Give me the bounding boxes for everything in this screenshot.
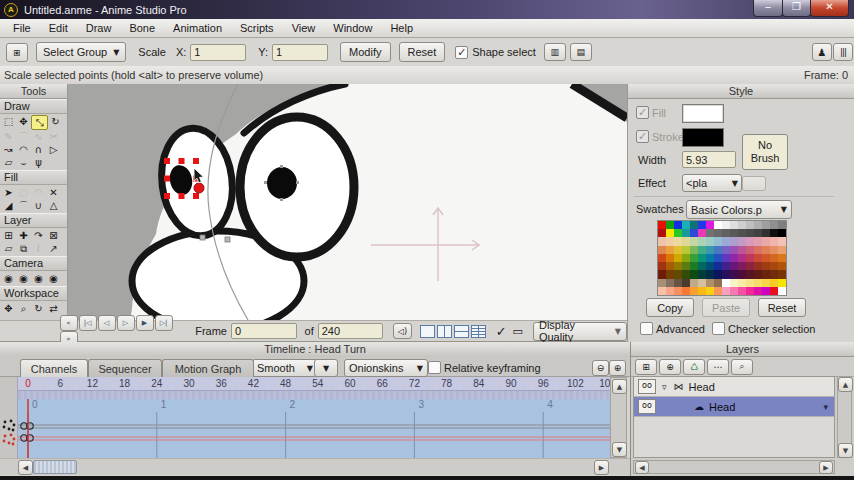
- swatch-3-9[interactable]: [730, 246, 738, 254]
- translate-points-icon[interactable]: ✥: [16, 115, 31, 128]
- swatch-2-1[interactable]: [666, 237, 674, 245]
- swatch-7-1[interactable]: [666, 279, 674, 287]
- play-button[interactable]: ▷: [117, 315, 135, 331]
- close-button[interactable]: ✕: [810, 0, 849, 17]
- scrollbar-thumb[interactable]: [33, 460, 77, 474]
- restore-button[interactable]: ❐: [782, 0, 811, 17]
- modify-button[interactable]: Modify: [340, 42, 390, 62]
- scroll-up-icon[interactable]: ▲: [838, 377, 853, 392]
- swatch-2-5[interactable]: [698, 237, 706, 245]
- swatch-4-5[interactable]: [698, 254, 706, 262]
- swatch-8-13[interactable]: [762, 287, 770, 295]
- roll-camera-icon[interactable]: ◉: [31, 272, 46, 285]
- swatch-2-6[interactable]: [706, 237, 714, 245]
- swatch-5-7[interactable]: [714, 262, 722, 270]
- copy-button[interactable]: Copy: [646, 298, 694, 317]
- rotate-points-icon[interactable]: ↻: [48, 115, 63, 128]
- menu-scripts[interactable]: Scripts: [231, 19, 283, 37]
- swatch-2-11[interactable]: [746, 237, 754, 245]
- swatch-5-10[interactable]: [738, 262, 746, 270]
- tab-sequencer[interactable]: Sequencer: [88, 359, 162, 377]
- paste-button[interactable]: Paste: [702, 298, 750, 317]
- swatch-8-0[interactable]: [658, 287, 666, 295]
- magnet-tool-icon[interactable]: ∩: [31, 143, 46, 156]
- swatch-4-12[interactable]: [754, 254, 762, 262]
- swatch-0-2[interactable]: [674, 221, 682, 229]
- swatch-4-8[interactable]: [722, 254, 730, 262]
- swatch-6-1[interactable]: [666, 270, 674, 278]
- menu-draw[interactable]: Draw: [77, 19, 121, 37]
- swatch-8-11[interactable]: [746, 287, 754, 295]
- swatch-5-5[interactable]: [698, 262, 706, 270]
- interpolation-dropdown[interactable]: Smooth ▼: [252, 359, 318, 377]
- swatch-2-15[interactable]: [778, 237, 786, 245]
- swatch-3-0[interactable]: [658, 246, 666, 254]
- eraser-tool-icon[interactable]: ▱: [1, 156, 16, 169]
- display-quality-dropdown[interactable]: Display Quality ▼: [533, 322, 627, 341]
- width-input[interactable]: 5.93: [682, 151, 736, 168]
- swatch-0-5[interactable]: [698, 221, 706, 229]
- view-quad-icon[interactable]: [471, 325, 486, 338]
- timeline-ruler[interactable]: 06121824303642485460667278849096102108: [18, 377, 610, 391]
- swatch-0-6[interactable]: [706, 221, 714, 229]
- menu-bone[interactable]: Bone: [120, 19, 164, 37]
- swatch-2-8[interactable]: [722, 237, 730, 245]
- shape-tool-icon[interactable]: ▷: [46, 143, 61, 156]
- delete-shape-icon[interactable]: ✕: [46, 186, 61, 199]
- swatch-6-10[interactable]: [738, 270, 746, 278]
- swatch-6-15[interactable]: [778, 270, 786, 278]
- timeline-zoom-out-icon[interactable]: ⊖: [592, 360, 609, 376]
- swatch-5-0[interactable]: [658, 262, 666, 270]
- swatch-7-14[interactable]: [770, 279, 778, 287]
- layers-horizontal-scrollbar[interactable]: ◀ ▶: [633, 460, 835, 474]
- swatch-8-10[interactable]: [738, 287, 746, 295]
- timeline-zoom-in-icon[interactable]: ⊕: [609, 360, 626, 376]
- pan-tilt-camera-icon[interactable]: ◉: [46, 272, 61, 285]
- scroll-right-icon[interactable]: ▶: [594, 460, 609, 475]
- swatch-6-3[interactable]: [682, 270, 690, 278]
- curve-profile-icon[interactable]: ⌣: [16, 156, 31, 169]
- view-single-icon[interactable]: [420, 325, 435, 338]
- timeline-horizontal-scrollbar[interactable]: ◀ ▶: [0, 458, 630, 475]
- add-point-icon[interactable]: ↝: [1, 143, 16, 156]
- swatch-1-4[interactable]: [690, 229, 698, 237]
- fill-checkbox[interactable]: ✓: [636, 106, 649, 119]
- view-split-horizontal-icon[interactable]: [454, 325, 469, 338]
- swatch-1-3[interactable]: [682, 229, 690, 237]
- minimize-button[interactable]: –: [753, 0, 783, 17]
- swatch-4-11[interactable]: [746, 254, 754, 262]
- swatch-0-11[interactable]: [746, 221, 754, 229]
- swatch-2-12[interactable]: [754, 237, 762, 245]
- swatch-0-13[interactable]: [762, 221, 770, 229]
- layer-menu-icon[interactable]: ▾: [823, 402, 828, 412]
- swatch-4-13[interactable]: [762, 254, 770, 262]
- hide-edge-icon[interactable]: △: [46, 199, 61, 212]
- menu-view[interactable]: View: [283, 19, 325, 37]
- select-group-dropdown[interactable]: Select Group ▼: [36, 42, 126, 62]
- swatch-5-9[interactable]: [730, 262, 738, 270]
- swatch-5-8[interactable]: [722, 262, 730, 270]
- swatch-5-12[interactable]: [754, 262, 762, 270]
- new-layer-icon[interactable]: ⊞: [635, 359, 657, 375]
- curve-exposure-icon[interactable]: ∪: [31, 199, 46, 212]
- swatch-7-5[interactable]: [698, 279, 706, 287]
- swatches-dropdown[interactable]: Basic Colors.p ▼: [686, 200, 792, 219]
- select-shape-icon[interactable]: ➤: [1, 186, 16, 199]
- swatch-5-11[interactable]: [746, 262, 754, 270]
- swatch-4-10[interactable]: [738, 254, 746, 262]
- swatch-2-14[interactable]: [770, 237, 778, 245]
- swatch-1-10[interactable]: [738, 229, 746, 237]
- swatch-1-14[interactable]: [770, 229, 778, 237]
- effect-aux-button[interactable]: [742, 176, 766, 191]
- layer-visibility-icon[interactable]: oo: [638, 379, 656, 394]
- swatch-6-0[interactable]: [658, 270, 666, 278]
- enable-drawing-check-icon[interactable]: ✓: [496, 324, 507, 339]
- swatch-8-15[interactable]: [778, 287, 786, 295]
- current-frame-input[interactable]: 0: [231, 323, 297, 339]
- go-to-start-button[interactable]: «: [60, 315, 78, 331]
- swatch-8-9[interactable]: [730, 287, 738, 295]
- reset-button[interactable]: Reset: [399, 42, 446, 62]
- view-split-vertical-icon[interactable]: [437, 325, 452, 338]
- swatch-2-10[interactable]: [738, 237, 746, 245]
- swatch-4-6[interactable]: [706, 254, 714, 262]
